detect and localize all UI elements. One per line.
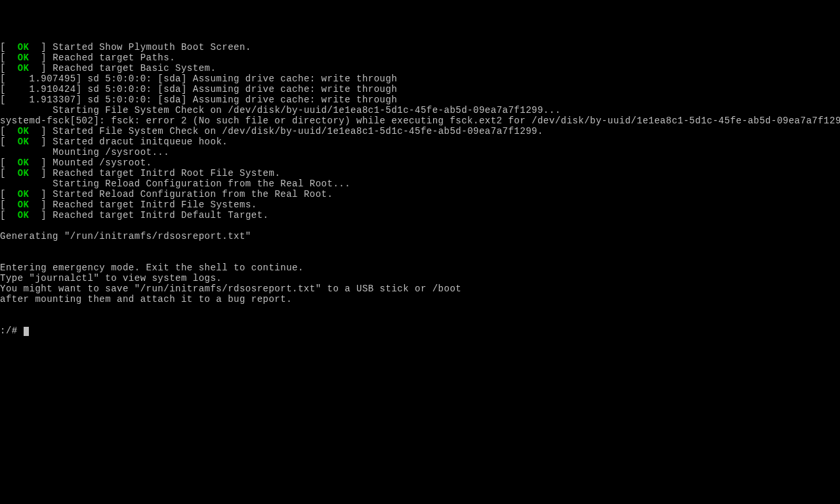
console-line <box>0 242 840 252</box>
bracket-open: [ <box>0 158 18 168</box>
console-line: systemd-fsck[502]: fsck: error 2 (No suc… <box>0 116 840 126</box>
log-message: Mounting /sysroot... <box>52 147 169 158</box>
log-message: Started Reload Configuration from the Re… <box>52 189 333 200</box>
bracket-open: [ <box>0 126 18 136</box>
log-message: Reached target Initrd File Systems. <box>52 200 257 210</box>
log-message: after mounting them and attach it to a b… <box>0 294 292 304</box>
bracket-close: ] <box>30 42 53 52</box>
status-ok: OK <box>18 210 30 220</box>
bracket-close: ] <box>30 189 53 200</box>
console-line: Starting File System Check on /dev/disk/… <box>0 105 840 116</box>
console-line: [ OK ] Started dracut initqueue hook. <box>0 136 840 147</box>
bracket-open: [ <box>0 168 18 178</box>
log-message: Generating "/run/initramfs/rdsosreport.t… <box>0 231 251 242</box>
log-message: Reached target Initrd Root File System. <box>52 168 280 178</box>
log-message: Starting Reload Configuration from the R… <box>52 178 350 189</box>
log-message: Started File System Check on /dev/disk/b… <box>52 126 543 136</box>
log-message: systemd-fsck[502]: fsck: error 2 (No suc… <box>0 116 840 126</box>
bracket-open: [ <box>0 189 18 200</box>
log-message: Reached target Initrd Default Target. <box>52 210 268 220</box>
bracket-open: [ <box>0 200 18 210</box>
bracket-close: ] <box>30 136 53 147</box>
bracket-open: [ <box>0 52 18 63</box>
log-message: Reached target Basic System. <box>52 63 216 74</box>
log-message: Starting File System Check on /dev/disk/… <box>52 105 560 116</box>
shell-prompt-line[interactable]: :/# <box>0 326 840 336</box>
console-line <box>0 315 840 326</box>
console-line: You might want to save "/run/initramfs/r… <box>0 284 840 294</box>
console-line: [ OK ] Started Show Plymouth Boot Screen… <box>0 42 840 52</box>
bracket-open: [ <box>0 210 18 220</box>
console-line: Entering emergency mode. Exit the shell … <box>0 262 840 273</box>
bracket-close: ] <box>30 200 53 210</box>
log-message: Reached target Paths. <box>52 52 175 63</box>
timestamp: [ 1.907495] <box>0 74 88 84</box>
console-line: [ OK ] Reached target Basic System. <box>0 63 840 74</box>
bracket-close: ] <box>30 168 53 178</box>
console-line: [ OK ] Reached target Initrd File System… <box>0 200 840 210</box>
console-line: [ OK ] Reached target Initrd Default Tar… <box>0 210 840 220</box>
timestamp: [ 1.913307] <box>0 94 88 105</box>
status-ok: OK <box>18 42 30 52</box>
console-line: [ 1.913307] sd 5:0:0:0: [sda] Assuming d… <box>0 94 840 105</box>
shell-prompt: :/# <box>0 326 24 336</box>
timestamp: [ 1.910424] <box>0 84 88 94</box>
log-message: Type "journalctl" to view system logs. <box>0 273 222 284</box>
console-line: Type "journalctl" to view system logs. <box>0 273 840 284</box>
console-line: Starting Reload Configuration from the R… <box>0 178 840 189</box>
cursor-icon <box>24 327 29 336</box>
log-message: Started Show Plymouth Boot Screen. <box>52 42 251 52</box>
log-message: sd 5:0:0:0: [sda] Assuming drive cache: … <box>88 94 398 105</box>
status-ok: OK <box>18 52 30 63</box>
status-ok: OK <box>18 168 30 178</box>
console-line: after mounting them and attach it to a b… <box>0 294 840 304</box>
status-ok: OK <box>18 63 30 74</box>
bracket-close: ] <box>30 210 53 220</box>
status-ok: OK <box>18 126 30 136</box>
console-line: [ 1.910424] sd 5:0:0:0: [sda] Assuming d… <box>0 84 840 94</box>
bracket-open: [ <box>0 42 18 52</box>
bracket-open: [ <box>0 63 18 74</box>
log-message: Started dracut initqueue hook. <box>52 136 228 147</box>
bracket-open: [ <box>0 136 18 147</box>
console-line: [ OK ] Started Reload Configuration from… <box>0 189 840 200</box>
log-message: Mounted /sysroot. <box>52 158 152 168</box>
log-message: Entering emergency mode. Exit the shell … <box>0 262 304 273</box>
bracket-close: ] <box>30 52 53 63</box>
boot-console[interactable]: [ OK ] Started Show Plymouth Boot Screen… <box>0 42 840 336</box>
console-line: [ 1.907495] sd 5:0:0:0: [sda] Assuming d… <box>0 74 840 84</box>
bracket-close: ] <box>30 126 53 136</box>
log-message: sd 5:0:0:0: [sda] Assuming drive cache: … <box>88 74 398 84</box>
status-ok: OK <box>18 158 30 168</box>
bracket-close: ] <box>30 63 53 74</box>
status-ok: OK <box>18 136 30 147</box>
console-line: [ OK ] Mounted /sysroot. <box>0 158 840 168</box>
console-line: [ OK ] Reached target Initrd Root File S… <box>0 168 840 178</box>
log-message: You might want to save "/run/initramfs/r… <box>0 284 461 294</box>
console-line <box>0 252 840 262</box>
bracket-close: ] <box>30 158 53 168</box>
console-line: [ OK ] Reached target Paths. <box>0 52 840 63</box>
console-line <box>0 304 840 315</box>
status-ok: OK <box>18 189 30 200</box>
log-message: sd 5:0:0:0: [sda] Assuming drive cache: … <box>88 84 398 94</box>
console-line: Mounting /sysroot... <box>0 147 840 158</box>
console-line <box>0 220 840 231</box>
console-line: [ OK ] Started File System Check on /dev… <box>0 126 840 136</box>
console-line: Generating "/run/initramfs/rdsosreport.t… <box>0 231 840 242</box>
status-ok: OK <box>18 200 30 210</box>
